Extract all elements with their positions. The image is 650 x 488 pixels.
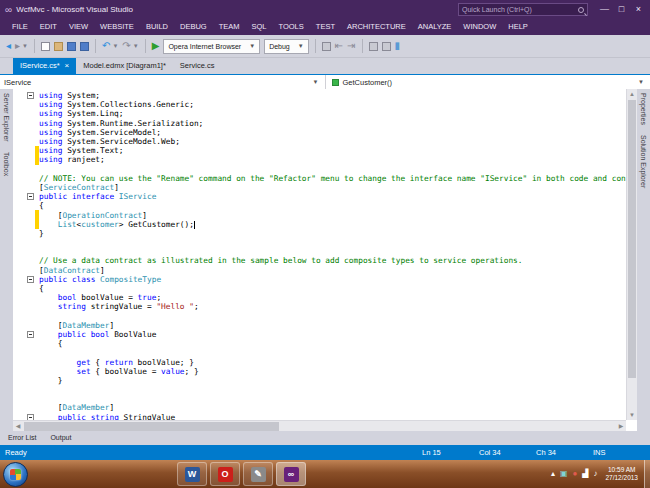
horizontal-scrollbar-thumb[interactable] bbox=[24, 422, 279, 431]
code-line[interactable]: public interface IService bbox=[13, 192, 626, 201]
scroll-down-icon[interactable]: ▼ bbox=[627, 410, 637, 420]
tool-tab-error-list[interactable]: Error List bbox=[2, 431, 42, 445]
code-line[interactable]: [ServiceContract] bbox=[13, 183, 626, 192]
code-line[interactable] bbox=[13, 247, 626, 256]
paint-taskbar-icon[interactable]: ✎ bbox=[243, 462, 273, 486]
code-line[interactable]: bool boolValue = true; bbox=[13, 293, 626, 302]
minimize-button[interactable]: — bbox=[596, 1, 613, 18]
close-button[interactable]: × bbox=[630, 1, 647, 18]
menu-website[interactable]: WEBSITE bbox=[94, 19, 140, 35]
browser-dropdown[interactable]: Opera Internet Browser▼ bbox=[163, 39, 260, 54]
code-editor[interactable]: using System;using System.Collections.Ge… bbox=[13, 89, 637, 431]
code-line[interactable]: public class CompositeType bbox=[13, 275, 626, 284]
sidebar-tab-server-explorer[interactable]: Server Explorer bbox=[3, 93, 10, 142]
tool-tab-output[interactable]: Output bbox=[44, 431, 77, 445]
scroll-left-icon[interactable]: ◀ bbox=[13, 421, 23, 432]
menu-build[interactable]: BUILD bbox=[140, 19, 174, 35]
new-file-icon[interactable] bbox=[41, 42, 50, 51]
code-line[interactable]: using System.Collections.Generic; bbox=[13, 100, 626, 109]
menu-test[interactable]: TEST bbox=[310, 19, 341, 35]
code-line[interactable]: public string StringValue bbox=[13, 413, 626, 420]
code-line[interactable]: // Use a data contract as illustrated in… bbox=[13, 256, 626, 265]
navigate-forward-icon[interactable]: ▸ bbox=[15, 39, 20, 53]
save-icon[interactable] bbox=[67, 42, 76, 51]
code-line[interactable] bbox=[13, 394, 626, 403]
menu-analyze[interactable]: ANALYZE bbox=[412, 19, 458, 35]
code-line[interactable] bbox=[13, 385, 626, 394]
code-line[interactable]: using System.Linq; bbox=[13, 109, 626, 118]
start-debug-icon[interactable]: ▶ bbox=[152, 39, 160, 53]
code-line[interactable]: using System.Text; bbox=[13, 146, 626, 155]
code-line[interactable]: // NOTE: You can use the "Rename" comman… bbox=[13, 174, 626, 183]
start-button[interactable] bbox=[3, 462, 28, 487]
collapse-region-icon[interactable] bbox=[27, 92, 34, 99]
menu-view[interactable]: VIEW bbox=[63, 19, 94, 35]
code-line[interactable]: string stringValue = "Hello "; bbox=[13, 302, 626, 311]
code-line[interactable] bbox=[13, 165, 626, 174]
navigate-back-icon[interactable]: ◂ bbox=[6, 39, 11, 53]
code-line[interactable]: [OperationContract] bbox=[13, 210, 626, 219]
collapse-region-icon[interactable] bbox=[27, 331, 34, 338]
code-line[interactable]: set { boolValue = value; } bbox=[13, 367, 626, 376]
indent-icon[interactable]: ⇥ bbox=[347, 39, 355, 53]
code-line[interactable]: using ranjeet; bbox=[13, 155, 626, 164]
horizontal-scrollbar[interactable]: ◀ ▶ bbox=[13, 420, 626, 431]
red-app-taskbar-icon[interactable]: O bbox=[210, 462, 240, 486]
scroll-right-icon[interactable]: ▶ bbox=[616, 421, 626, 432]
code-line[interactable] bbox=[13, 348, 626, 357]
code-line[interactable]: using System.Runtime.Serialization; bbox=[13, 119, 626, 128]
code-line[interactable]: { bbox=[13, 284, 626, 293]
menu-window[interactable]: WINDOW bbox=[457, 19, 502, 35]
code-line[interactable]: using System; bbox=[13, 91, 626, 100]
menu-architecture[interactable]: ARCHITECTURE bbox=[341, 19, 412, 35]
doc-tab[interactable]: Service.cs bbox=[173, 58, 222, 74]
tray-app-icon[interactable]: ▣ bbox=[560, 470, 568, 478]
sidebar-tab-toolbox[interactable]: Toolbox bbox=[3, 152, 10, 176]
code-line[interactable]: [DataMember] bbox=[13, 321, 626, 330]
code-line[interactable]: get { return boolValue; } bbox=[13, 357, 626, 366]
code-line[interactable] bbox=[13, 238, 626, 247]
menu-debug[interactable]: DEBUG bbox=[174, 19, 213, 35]
save-all-icon[interactable] bbox=[80, 42, 89, 51]
menu-edit[interactable]: EDIT bbox=[34, 19, 63, 35]
code-line[interactable]: [DataMember] bbox=[13, 403, 626, 412]
word-taskbar-icon[interactable]: W bbox=[177, 462, 207, 486]
member-dropdown[interactable]: GetCustomer() ▼ bbox=[326, 75, 650, 89]
collapse-region-icon[interactable] bbox=[27, 193, 34, 200]
scroll-up-icon[interactable]: ▲ bbox=[627, 89, 637, 99]
code-line[interactable]: List<customer> GetCustomer(); bbox=[13, 220, 626, 229]
code-line[interactable]: } bbox=[13, 376, 626, 385]
quick-launch-input[interactable]: Quick Launch (Ctrl+Q) bbox=[458, 3, 588, 16]
show-desktop-button[interactable] bbox=[644, 460, 650, 488]
close-tab-icon[interactable]: × bbox=[65, 58, 70, 74]
code-line[interactable]: using System.ServiceModel; bbox=[13, 128, 626, 137]
doc-tab[interactable]: IService.cs*× bbox=[13, 58, 76, 74]
network-icon[interactable]: ▟ bbox=[582, 470, 588, 478]
find-icon[interactable] bbox=[322, 42, 331, 51]
undo-icon[interactable]: ↶ bbox=[102, 39, 110, 53]
doc-tab[interactable]: Model.edmx [Diagram1]* bbox=[76, 58, 173, 74]
sidebar-tab-properties[interactable]: Properties bbox=[640, 93, 647, 125]
vertical-scrollbar-thumb[interactable] bbox=[628, 100, 636, 378]
menu-file[interactable]: FILE bbox=[6, 19, 34, 35]
menu-tools[interactable]: TOOLS bbox=[273, 19, 310, 35]
comment-icon[interactable] bbox=[369, 42, 378, 51]
menu-help[interactable]: HELP bbox=[502, 19, 534, 35]
code-line[interactable]: using System.ServiceModel.Web; bbox=[13, 137, 626, 146]
visual-studio-taskbar-icon[interactable]: ∞ bbox=[276, 462, 306, 486]
bookmark-icon[interactable]: ▮ bbox=[395, 39, 401, 53]
code-line[interactable]: { bbox=[13, 339, 626, 348]
open-file-icon[interactable] bbox=[54, 42, 63, 51]
code-line[interactable]: { bbox=[13, 201, 626, 210]
taskbar-clock[interactable]: 10:59 AM 27/12/2013 bbox=[605, 466, 638, 482]
sidebar-tab-solution-explorer[interactable]: Solution Explorer bbox=[640, 135, 647, 188]
maximize-button[interactable]: □ bbox=[613, 1, 630, 18]
outdent-icon[interactable]: ⇤ bbox=[335, 39, 343, 53]
code-line[interactable]: [DataContract] bbox=[13, 266, 626, 275]
type-dropdown[interactable]: IService ▼ bbox=[0, 75, 325, 89]
show-hidden-icons-icon[interactable]: ▴ bbox=[551, 470, 555, 478]
redo-icon[interactable]: ↷ bbox=[122, 39, 130, 53]
menu-team[interactable]: TEAM bbox=[213, 19, 246, 35]
volume-icon[interactable]: ♪ bbox=[593, 470, 597, 478]
solution-config-dropdown[interactable]: Debug▼ bbox=[264, 39, 309, 54]
